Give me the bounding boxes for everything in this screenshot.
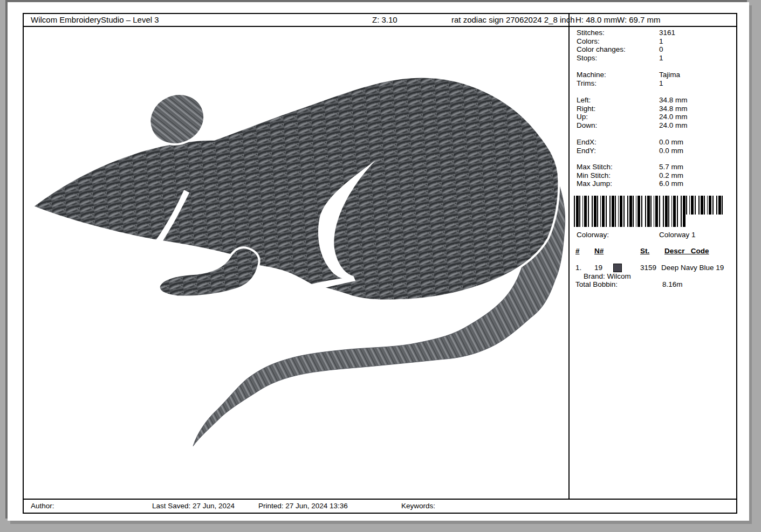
stat-label: Right: <box>577 105 595 113</box>
printed: Printed: 27 Jun, 2024 13:36 <box>258 500 348 513</box>
thread-st: 3159 <box>640 264 656 272</box>
thread-color-swatch <box>613 264 622 272</box>
stat-value: Tajima <box>659 71 680 79</box>
stat-row: Max Jump:6.0 mm <box>570 179 736 188</box>
stat-label: Down: <box>577 121 597 130</box>
col-num: # <box>575 247 580 255</box>
stat-row: Min Stitch:0.2 mm <box>570 171 736 180</box>
stat-label: Colors: <box>577 37 600 46</box>
design-canvas <box>24 27 568 499</box>
stat-value: 0.0 mm <box>659 147 683 155</box>
stat-row: Right:34.8 mm <box>570 105 736 113</box>
stat-row: Color changes:0 <box>570 45 736 54</box>
stat-label: Trims: <box>577 79 597 88</box>
rat-front-leg <box>159 247 259 296</box>
stat-label: Stops: <box>577 54 597 63</box>
summary-group: Stitches:3161 Colors:1 Color changes:0 S… <box>570 29 736 62</box>
stat-label: Up: <box>577 113 588 121</box>
colorway-label: Colorway: <box>577 231 609 239</box>
stat-value: 1 <box>659 37 663 46</box>
stat-label: Max Jump: <box>577 179 612 188</box>
design-name: rat zodiac sign 27062024 2_8 inch <box>451 14 575 26</box>
stitch-limits-group: Max Stitch:5.7 mm Min Stitch:0.2 mm Max … <box>570 163 736 188</box>
app-title: Wilcom EmbroideryStudio – Level 3 <box>31 14 159 26</box>
stat-row: Stops:1 <box>570 54 736 63</box>
stat-row: Up:24.0 mm <box>570 113 736 121</box>
stat-row: EndY:0.0 mm <box>570 147 736 155</box>
stat-label: Max Stitch: <box>577 163 613 171</box>
stat-value: 24.0 mm <box>659 113 688 121</box>
stat-row: Down:24.0 mm <box>570 121 736 130</box>
design-width: W: 69.7 mm <box>617 14 661 26</box>
endpoint-group: EndX:0.0 mm EndY:0.0 mm <box>570 138 736 155</box>
stat-row: Left:34.8 mm <box>570 96 736 105</box>
extents-group: Left:34.8 mm Right:34.8 mm Up:24.0 mm Do… <box>570 96 736 129</box>
design-height: H: 48.0 mm <box>575 14 618 26</box>
stat-value: 0 <box>659 45 663 54</box>
stat-value: 1 <box>659 79 663 88</box>
stat-value: 1 <box>659 54 663 63</box>
total-bobbin-value: 8.16m <box>662 280 683 289</box>
stat-value: 34.8 mm <box>659 105 688 113</box>
stat-label: Machine: <box>577 71 606 79</box>
keywords-label: Keywords: <box>401 500 435 513</box>
stat-value: 3161 <box>659 29 675 37</box>
last-saved: Last Saved: 27 Jun, 2024 <box>152 500 235 513</box>
stat-row: Max Stitch:5.7 mm <box>570 163 736 171</box>
zoom-level: Z: 3.10 <box>372 14 397 26</box>
stat-label: Left: <box>577 96 591 105</box>
total-bobbin-label: Total Bobbin: <box>575 280 618 289</box>
colorway-value: Colorway 1 <box>659 231 696 239</box>
worksheet-page: Wilcom EmbroideryStudio – Level 3 Z: 3.1… <box>8 2 749 521</box>
design-barcode-row-1 <box>574 196 723 215</box>
embroidery-worksheet: { "header": { "app_title": "Wilcom Embro… <box>0 0 761 532</box>
worksheet-header: Wilcom EmbroideryStudio – Level 3 Z: 3.1… <box>24 14 736 27</box>
col-st: St. <box>640 247 649 255</box>
stat-row: Trims:1 <box>570 79 736 88</box>
stat-value: 0.0 mm <box>659 138 683 147</box>
stat-label: EndX: <box>577 138 597 147</box>
author-label: Author: <box>31 500 54 513</box>
stat-label: Min Stitch: <box>577 171 611 180</box>
rat-body <box>32 77 559 300</box>
stat-row: Machine:Tajima <box>570 71 736 79</box>
thread-n: 19 <box>594 264 602 272</box>
stat-row: EndX:0.0 mm <box>570 138 736 147</box>
worksheet-frame: Wilcom EmbroideryStudio – Level 3 Z: 3.1… <box>23 13 737 514</box>
stat-row: Stitches:3161 <box>570 29 736 37</box>
rat-embroidery-art <box>24 27 568 499</box>
stat-value: 0.2 mm <box>659 171 683 180</box>
thread-num: 1. <box>575 264 581 272</box>
stat-value: 6.0 mm <box>659 179 683 188</box>
design-stats-panel: Stitches:3161 Colors:1 Color changes:0 S… <box>570 27 736 499</box>
stat-value: 24.0 mm <box>659 121 688 130</box>
worksheet-footer: Author: Last Saved: 27 Jun, 2024 Printed… <box>24 499 736 513</box>
stat-value: 34.8 mm <box>659 96 688 105</box>
colorway-row: Colorway:Colorway 1 <box>570 231 736 239</box>
design-barcode-row-2 <box>574 215 686 227</box>
stat-label: Color changes: <box>577 45 626 54</box>
thread-brand: Brand: Wilcom <box>584 272 631 281</box>
thread-descr: Deep Navy Blue 19 <box>661 264 724 272</box>
col-descr: Descr _Code <box>664 247 709 255</box>
stat-row: Colors:1 <box>570 37 736 46</box>
stat-label: EndY: <box>577 147 596 155</box>
stat-value: 5.7 mm <box>659 163 683 171</box>
stat-label: Stitches: <box>577 29 605 37</box>
col-n: N# <box>594 247 604 255</box>
machine-group: Machine:Tajima Trims:1 <box>570 71 736 87</box>
